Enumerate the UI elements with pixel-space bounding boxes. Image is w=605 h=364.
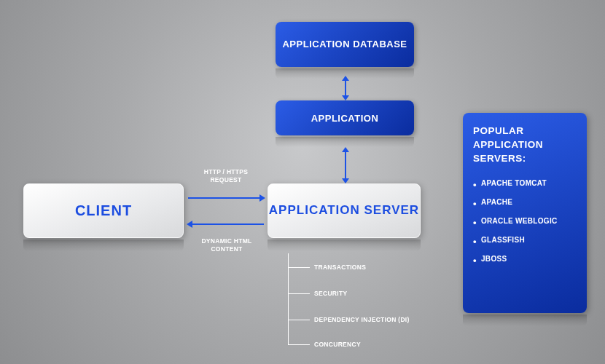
label-response: DYNAMIC HTML CONTENT [198,237,255,253]
popular-servers-title: POPULAR APPLICATION SERVERS: [473,124,577,166]
label-request: HTTP / HTTPS REQUEST [200,168,251,184]
arrow-app-server [341,147,350,183]
arrow-db-app [341,76,350,100]
svg-marker-0 [342,76,349,81]
node-application: APPLICATION [276,100,414,135]
shadow [463,314,587,326]
svg-marker-3 [342,178,349,183]
shadow [276,137,414,147]
node-application-database: APPLICATION DATABASE [276,22,414,67]
svg-marker-2 [342,147,349,152]
feature-concurrency: CONCURENCY [314,341,361,348]
shadow [23,240,184,251]
svg-marker-4 [259,194,265,202]
node-client: CLIENT [23,183,184,238]
server-item: GLASSFISH [473,236,577,244]
server-item: APACHE TOMCAT [473,179,577,187]
svg-marker-1 [342,95,349,100]
feature-branch [288,344,310,345]
svg-marker-5 [187,221,192,228]
feature-transactions: TRANSACTIONS [314,264,366,271]
server-item: ORACLE WEBLOGIC [473,217,577,225]
feature-di: DEPENDENCY INJECTION (DI) [314,316,410,323]
shadow [268,240,421,251]
feature-security: SECURITY [314,290,347,297]
node-application-server: APPLICATION SERVER [268,183,421,238]
arrow-response [187,218,265,230]
arrow-request [187,192,265,204]
feature-branch [288,267,310,268]
feature-branch [288,293,310,294]
server-item: APACHE [473,198,577,206]
popular-servers-panel: POPULAR APPLICATION SERVERS: APACHE TOMC… [463,113,587,313]
feature-branch [288,320,310,320]
server-item: JBOSS [473,255,577,263]
